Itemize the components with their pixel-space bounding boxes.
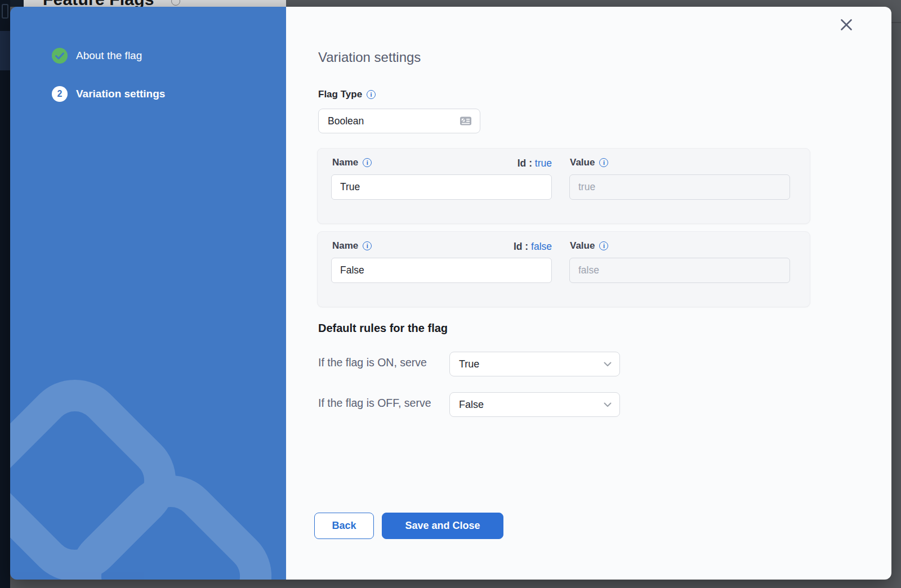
wizard-sidebar: About the flag 2 Variation settings — [10, 7, 286, 580]
rule-off-label: If the flag is OFF, serve — [318, 397, 431, 410]
flag-wizard-modal: About the flag 2 Variation settings Vari… — [10, 7, 891, 580]
save-and-close-button[interactable]: Save and Close — [382, 513, 503, 539]
wizard-step-about-the-flag[interactable]: About the flag — [52, 48, 142, 64]
feature-flags-watermark — [10, 374, 286, 580]
variation-value-label: Value — [570, 157, 608, 168]
flag-type-label-text: Flag Type — [318, 89, 362, 100]
flag-type-label: Flag Type — [318, 89, 376, 100]
page-header-divider — [891, 22, 901, 23]
info-icon[interactable] — [367, 90, 376, 99]
rule-off-select[interactable]: False — [449, 392, 620, 417]
variation-card-true: Name Id : true Value — [317, 148, 810, 224]
variation-name-input[interactable] — [331, 174, 552, 200]
value-label-text: Value — [570, 240, 595, 252]
variation-settings-panel: Variation settings Flag Type Boolean Nam… — [286, 7, 891, 580]
default-rules-heading: Default rules for the flag — [318, 322, 448, 335]
app-logo — [2, 4, 8, 19]
id-value[interactable]: false — [531, 241, 552, 252]
select-type-icon — [460, 116, 472, 126]
nav-selected-item[interactable] — [0, 31, 10, 70]
flag-type-value: Boolean — [328, 115, 460, 127]
flag-type-select[interactable]: Boolean — [318, 109, 480, 133]
page-header-behind: Feature Flags — [24, 0, 286, 7]
back-button[interactable]: Back — [314, 513, 374, 539]
chevron-down-icon — [604, 402, 612, 407]
variation-id: Id : false — [332, 241, 552, 253]
wizard-step-label: Variation settings — [76, 88, 165, 100]
rule-off-value: False — [459, 399, 604, 411]
id-prefix: Id : — [514, 241, 528, 252]
id-prefix: Id : — [518, 158, 532, 169]
rule-on-label: If the flag is ON, serve — [318, 356, 427, 369]
variation-value-label: Value — [570, 240, 608, 252]
variation-name-input[interactable] — [331, 258, 552, 283]
step-number-badge: 2 — [52, 86, 68, 102]
variation-value-input[interactable] — [569, 258, 790, 283]
variation-id: Id : true — [332, 158, 552, 169]
check-icon — [52, 48, 68, 64]
id-value[interactable]: true — [535, 158, 552, 169]
rule-on-value: True — [459, 358, 604, 370]
page-title: Feature Flags — [43, 0, 154, 7]
info-icon[interactable] — [599, 158, 608, 167]
info-icon — [171, 0, 180, 6]
panel-title: Variation settings — [318, 50, 421, 65]
rule-on-select[interactable]: True — [449, 352, 620, 376]
app-nav-rail — [0, 0, 10, 588]
value-label-text: Value — [570, 157, 595, 168]
chevron-down-icon — [604, 362, 612, 367]
wizard-step-label: About the flag — [76, 50, 142, 62]
variation-card-false: Name Id : false Value — [317, 231, 810, 307]
close-icon[interactable] — [840, 18, 853, 32]
page-sidebar-edge — [10, 0, 24, 7]
info-icon[interactable] — [599, 241, 608, 250]
variation-value-input[interactable] — [569, 174, 790, 200]
wizard-step-variation-settings[interactable]: 2 Variation settings — [52, 86, 165, 102]
